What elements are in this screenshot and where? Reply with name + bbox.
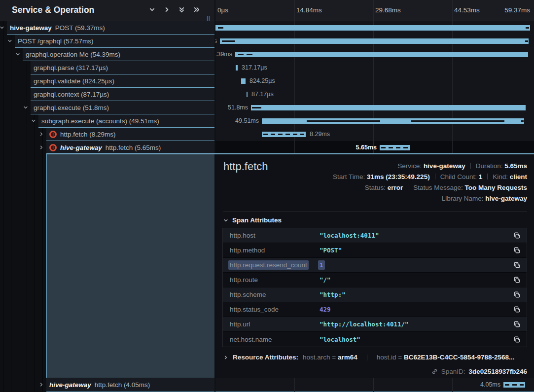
span-attributes-header[interactable]: Span Attributes: [223, 216, 282, 224]
tree-row[interactable]: graphql.context (87.17µs): [31, 88, 214, 101]
bar-dash-segment: [521, 120, 524, 122]
selected-span-region: [46, 154, 214, 378]
attribute-row[interactable]: http.url"http://localhost:4011/": [223, 317, 527, 332]
resource-attributes-row[interactable]: Resource Attributes:host.arch = arm64hos…: [223, 354, 514, 361]
chevron-down-icon[interactable]: [23, 105, 28, 110]
span-operation-name: POST /graphql (57.57ms): [18, 37, 94, 45]
timeline-tick: 29.68ms: [375, 6, 401, 14]
copy-icon[interactable]: [513, 261, 521, 269]
bar-dash-segment: [252, 107, 261, 108]
span-id-row: SpanID: 3de02518937fb246: [431, 368, 527, 375]
tree-row[interactable]: hive-gatewayPOST (59.37ms): [7, 21, 214, 35]
chevron-right-icon[interactable]: [164, 6, 170, 13]
chevron-down-icon[interactable]: [31, 118, 36, 123]
meta-label: Status:: [365, 184, 388, 191]
attribute-value: "POST": [320, 247, 342, 254]
attribute-row[interactable]: http.host"localhost:4011": [223, 228, 527, 243]
timeline-tick: 0µs: [217, 6, 228, 14]
timeline-row[interactable]: 5.65ms: [215, 141, 534, 154]
span-bar[interactable]: [380, 145, 410, 150]
tree-row[interactable]: subgraph.execute (accounts) (49.51ms): [38, 114, 214, 128]
tree-row[interactable]: graphql.parse (317.17µs): [31, 61, 214, 74]
span-bar[interactable]: [215, 25, 530, 31]
tree-row[interactable]: !http.fetch (8.29ms): [46, 128, 214, 141]
timeline-row[interactable]: 4.05ms: [215, 378, 534, 392]
span-bar[interactable]: [262, 118, 524, 124]
timeline-row[interactable]: 824.25µs: [215, 74, 534, 88]
chevron-down-icon[interactable]: [7, 38, 12, 43]
span-service-name: hive-gateway: [60, 144, 102, 151]
timeline-row[interactable]: 8.29ms: [215, 128, 534, 141]
timeline-row[interactable]: 51.8ms: [215, 101, 534, 114]
attribute-row[interactable]: http.scheme"http:": [223, 287, 527, 302]
timeline-row[interactable]: 54.39ms: [215, 48, 534, 61]
meta-label: Service:: [397, 162, 424, 170]
tree-row[interactable]: graphql.execute (51.8ms): [31, 101, 214, 114]
timeline-tick: 44.53ms: [454, 6, 480, 14]
span-bar[interactable]: [503, 382, 525, 388]
chevron-down-icon[interactable]: [149, 6, 155, 13]
copy-icon[interactable]: [513, 306, 521, 313]
chevron-right-icon[interactable]: [223, 355, 228, 360]
chevron-down-icon[interactable]: [0, 25, 4, 30]
bar-dash-segment: [526, 27, 529, 29]
indent-guide: [11, 21, 11, 392]
copy-icon[interactable]: [513, 276, 521, 284]
meta-value: client: [510, 173, 527, 180]
timeline-row[interactable]: 57.57ms: [215, 35, 534, 48]
tree-row[interactable]: POST /graphql (57.57ms): [15, 35, 214, 48]
span-id-label: SpanID:: [441, 368, 465, 375]
tree-row[interactable]: hive-gatewayhttp.fetch (4.05ms): [46, 378, 214, 392]
tree-row[interactable]: graphql.validate (824.25µs): [31, 74, 214, 88]
copy-icon[interactable]: [513, 336, 521, 343]
chevron-right-icon[interactable]: [39, 382, 44, 387]
timeline-row[interactable]: 49.51ms: [215, 114, 534, 128]
chevron-right-icon[interactable]: [39, 145, 44, 150]
span-bar[interactable]: [220, 38, 529, 44]
copy-icon[interactable]: [513, 291, 521, 298]
copy-icon[interactable]: [513, 247, 521, 254]
bar-dash-segment: [247, 54, 252, 55]
chevrons-down-icon[interactable]: [178, 6, 185, 13]
copy-icon[interactable]: [513, 232, 521, 239]
divider: [223, 211, 527, 212]
span-bar[interactable]: [236, 65, 238, 71]
chevrons-right-icon[interactable]: [193, 6, 200, 13]
span-bar[interactable]: [251, 105, 526, 110]
span-duration-label: 51.8ms: [228, 104, 248, 111]
timeline-row[interactable]: [215, 21, 534, 35]
span-bar[interactable]: [247, 92, 248, 97]
span-bar[interactable]: [241, 78, 246, 84]
panel-resize-handle[interactable]: ||: [207, 15, 211, 21]
tree-row[interactable]: graphql.operation Me (54.39ms): [23, 48, 214, 61]
meta-value: Too Many Requests: [464, 184, 527, 191]
span-bar[interactable]: [235, 52, 528, 57]
chevron-right-icon[interactable]: [39, 132, 44, 137]
attribute-row[interactable]: net.host.name"localhost": [223, 332, 527, 347]
span-duration-label: 824.25µs: [249, 77, 275, 84]
tree-panel-header: Service & Operation: [0, 0, 214, 21]
span-attributes-table: http.host"localhost:4011" http.method"PO…: [222, 228, 527, 347]
indent-guide: [3, 21, 3, 392]
span-duration-label: 54.39ms: [215, 51, 232, 58]
timeline-row[interactable]: 87.17µs: [215, 88, 534, 101]
error-icon: !: [49, 144, 57, 151]
span-bar[interactable]: [262, 132, 306, 137]
timeline-row[interactable]: 317.17µs: [215, 61, 534, 74]
attribute-row[interactable]: http.request.resend_count1: [223, 258, 527, 273]
span-meta: Service: hive-gatewayDuration: 5.65msSta…: [333, 161, 527, 204]
copy-icon[interactable]: [513, 321, 521, 328]
tree-row[interactable]: !hive-gatewayhttp.fetch (5.65ms): [46, 141, 214, 154]
attribute-row[interactable]: http.route"/": [223, 273, 527, 287]
chevron-down-icon[interactable]: [15, 52, 20, 57]
attribute-row[interactable]: http.status_code429: [223, 302, 527, 317]
attribute-row[interactable]: http.method"POST": [223, 243, 527, 258]
indent-guide: [19, 21, 19, 392]
span-duration-label: 4.05ms: [480, 381, 500, 388]
span-operation-name: http.fetch (8.29ms): [60, 131, 116, 138]
meta-value: 1: [479, 173, 483, 180]
meta-label: Duration:: [476, 162, 505, 170]
attribute-value: "/": [320, 276, 331, 284]
link-icon[interactable]: [431, 368, 438, 375]
span-operation-name: graphql.parse (317.17µs): [34, 64, 108, 71]
